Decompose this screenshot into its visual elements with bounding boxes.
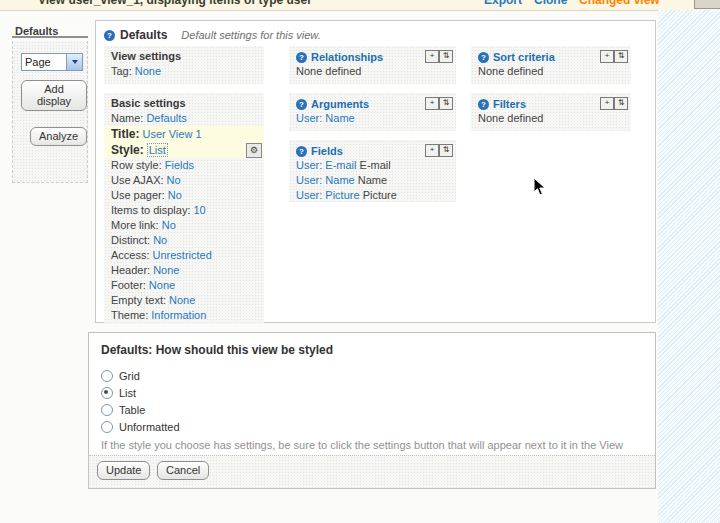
help-icon[interactable]: ? <box>104 30 115 41</box>
setting-row-footer: Footer:None <box>111 278 257 293</box>
field-item-link[interactable]: User: Picture <box>296 189 360 201</box>
setting-row-use-ajax: Use AJAX:No <box>111 173 257 188</box>
add-filter-button[interactable]: + <box>600 97 614 110</box>
display-controls-panel: Page Add display Analyze <box>12 41 88 183</box>
tag-value-link[interactable]: None <box>135 65 161 77</box>
setting-value-link[interactable]: Information <box>151 309 206 321</box>
help-icon[interactable]: ? <box>478 52 489 63</box>
help-icon[interactable]: ? <box>296 146 307 157</box>
setting-value-link[interactable]: No <box>153 234 167 246</box>
display-type-select[interactable]: Page <box>21 53 83 71</box>
view-settings-heading: View settings <box>111 50 257 64</box>
setting-row-style: Style:List⚙ <box>104 142 264 158</box>
view-summary-panel: ? Defaults Default settings for this vie… <box>95 20 656 323</box>
style-option-table[interactable]: Table <box>101 401 180 418</box>
rearrange-relationships-button[interactable]: ⇅ <box>439 50 453 63</box>
style-option-label: Unformatted <box>119 421 180 433</box>
cancel-button[interactable]: Cancel <box>157 461 209 480</box>
style-option-list[interactable]: List <box>101 384 180 401</box>
style-option-unformatted[interactable]: Unformatted <box>101 418 180 435</box>
summary-column-3: ?Sort criteria +⇅ None defined ?Filters … <box>471 46 631 140</box>
help-icon[interactable]: ? <box>296 52 307 63</box>
setting-row-distinct: Distinct:No <box>111 233 257 248</box>
add-sort-button[interactable]: + <box>600 50 614 63</box>
setting-value-link[interactable]: No <box>167 174 181 186</box>
sort-criteria-empty-text: None defined <box>478 64 624 79</box>
style-option-label: List <box>119 387 136 399</box>
setting-row-items-to-display: Items to display:10 <box>111 203 257 218</box>
summary-subtitle: Default settings for this view. <box>181 29 320 41</box>
setting-row-empty-text: Empty text:None <box>111 293 257 308</box>
setting-value-link[interactable]: None <box>149 279 175 291</box>
clone-link[interactable]: Clone <box>534 0 567 7</box>
setting-value-link[interactable]: Defaults <box>146 112 186 124</box>
update-button[interactable]: Update <box>97 461 150 480</box>
setting-label: Title: <box>111 127 139 141</box>
help-icon[interactable]: ? <box>478 99 489 110</box>
setting-label: Theme: <box>111 309 148 321</box>
basic-settings-heading: Basic settings <box>111 97 257 111</box>
add-field-button[interactable]: + <box>425 144 439 157</box>
select-dropdown-arrow-icon[interactable] <box>66 54 82 70</box>
analyze-button[interactable]: Analyze <box>30 127 87 146</box>
field-item-link[interactable]: User: E-mail <box>296 159 357 171</box>
setting-label: Header: <box>111 264 150 276</box>
rearrange-fields-button[interactable]: ⇅ <box>439 144 453 157</box>
radio-icon[interactable] <box>101 421 113 433</box>
arguments-heading: Arguments <box>311 98 369 110</box>
relationships-empty-text: None defined <box>296 64 449 79</box>
summary-column-1: View settings Tag:None Basic settings Na… <box>104 46 264 324</box>
radio-icon[interactable] <box>101 404 113 416</box>
setting-value-link[interactable]: List <box>147 143 168 157</box>
setting-label: Name: <box>111 112 143 124</box>
page-background-stripe <box>658 10 720 523</box>
scrollbar-stub[interactable] <box>694 0 720 9</box>
field-item-suffix: Name <box>358 174 387 186</box>
export-link[interactable]: Export <box>484 0 522 7</box>
setting-value-link[interactable]: No <box>168 189 182 201</box>
style-settings-gear-button[interactable]: ⚙ <box>246 143 262 158</box>
form-button-bar: Update Cancel <box>89 455 655 488</box>
filters-heading: Filters <box>493 98 526 110</box>
setting-label: Use AJAX: <box>111 174 164 186</box>
setting-value-link[interactable]: No <box>162 219 176 231</box>
add-relationship-button[interactable]: + <box>425 50 439 63</box>
style-option-grid[interactable]: Grid <box>101 367 180 384</box>
field-item-link[interactable]: User: Name <box>296 174 355 186</box>
help-icon[interactable]: ? <box>296 99 307 110</box>
rearrange-arguments-button[interactable]: ⇅ <box>439 97 453 110</box>
add-argument-button[interactable]: + <box>425 97 439 110</box>
setting-row-more-link: More link:No <box>111 218 257 233</box>
argument-item-link[interactable]: User: Name <box>296 112 355 124</box>
changed-view-link[interactable]: Changed view <box>579 0 660 7</box>
filters-empty-text: None defined <box>478 111 624 126</box>
style-option-label: Table <box>119 404 145 416</box>
setting-value-link[interactable]: Fields <box>165 159 194 171</box>
view-settings-box: View settings Tag:None <box>104 46 264 84</box>
add-display-button[interactable]: Add display <box>21 80 87 111</box>
rearrange-filters-button[interactable]: ⇅ <box>614 97 628 110</box>
display-type-select-value: Page <box>22 54 66 70</box>
radio-icon[interactable] <box>101 370 113 382</box>
setting-value-link[interactable]: None <box>153 264 179 276</box>
setting-value-link[interactable]: User View 1 <box>142 128 201 140</box>
setting-label: Items to display: <box>111 204 190 216</box>
radio-icon[interactable] <box>101 387 113 399</box>
setting-value-link[interactable]: None <box>169 294 195 306</box>
rearrange-sorts-button[interactable]: ⇅ <box>614 50 628 63</box>
style-settings-form: Defaults: How should this view be styled… <box>88 332 656 489</box>
setting-label: Access: <box>111 249 150 261</box>
field-item-suffix: E-mail <box>360 159 391 171</box>
setting-value-link[interactable]: Unrestricted <box>153 249 212 261</box>
style-option-label: Grid <box>119 370 140 382</box>
summary-column-2: ?Relationships +⇅ None defined ?Argument… <box>289 46 456 211</box>
tab-defaults[interactable]: Defaults <box>12 23 88 38</box>
setting-value-link[interactable]: 10 <box>193 204 205 216</box>
setting-label: Footer: <box>111 279 146 291</box>
sort-criteria-heading: Sort criteria <box>493 51 555 63</box>
style-form-heading: Defaults: How should this view be styled <box>101 343 333 357</box>
summary-title: Defaults <box>120 28 167 42</box>
setting-row-row-style: Row style:Fields <box>111 158 257 173</box>
setting-label: Empty text: <box>111 294 166 306</box>
sort-criteria-box: ?Sort criteria +⇅ None defined <box>471 46 631 84</box>
